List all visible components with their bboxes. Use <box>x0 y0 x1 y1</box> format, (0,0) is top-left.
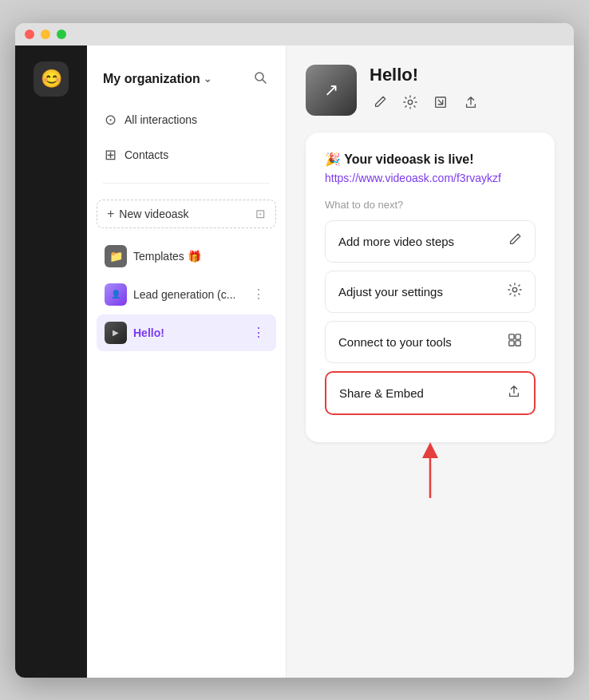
folder-item-lead-generation[interactable]: 👤 Lead generation (c... ⋮ <box>97 276 276 313</box>
chevron-down-icon: ⌄ <box>204 73 211 85</box>
folder-item-hello[interactable]: ▶ Hello! ⋮ <box>97 314 276 351</box>
new-videoask-button[interactable]: + New videoask ⊡ <box>97 200 276 228</box>
pencil-icon <box>373 95 387 109</box>
lead-gen-thumbnail: 👤 <box>105 283 127 306</box>
svg-line-1 <box>263 80 266 83</box>
red-arrow-svg <box>406 442 454 506</box>
gear-icon <box>403 95 417 109</box>
share-embed-row[interactable]: Share & Embed <box>325 371 536 415</box>
org-header: My organization ⌄ <box>87 61 286 103</box>
videoask-title-area: Hello! <box>370 65 555 117</box>
svg-rect-6 <box>516 334 520 338</box>
videoask-header: ↗ Hello! <box>306 65 555 117</box>
logo-icon: 😊 <box>41 69 62 89</box>
annotation-arrow <box>306 442 555 506</box>
expand-button[interactable] <box>430 92 451 117</box>
nav-items: ⊙ All interactions ⊞ Contacts <box>87 103 286 173</box>
app-window: 😊 My organization ⌄ <box>15 23 574 678</box>
live-banner-text: Your videoask is live! <box>344 152 473 166</box>
svg-rect-8 <box>516 340 520 345</box>
templates-label: Templates 🎁 <box>133 250 201 263</box>
pencil-action-icon <box>508 232 522 251</box>
maximize-dot <box>57 30 66 39</box>
live-banner: 🎉 Your videoask is live! <box>325 152 536 167</box>
plus-icon: + <box>107 207 114 221</box>
close-dot <box>25 30 34 39</box>
sidebar: 😊 <box>15 45 87 678</box>
info-card: 🎉 Your videoask is live! https://www.vid… <box>306 132 555 442</box>
videoask-action-buttons <box>370 92 555 117</box>
all-interactions-label: All interactions <box>125 113 197 126</box>
templates-thumbnail: 📁 <box>105 245 127 267</box>
org-name-label: My organization <box>103 72 200 86</box>
party-emoji: 🎉 <box>325 152 341 166</box>
folder-more-icon[interactable]: ⋮ <box>249 285 268 303</box>
share-embed-icon <box>507 384 521 402</box>
org-name[interactable]: My organization ⌄ <box>103 72 211 86</box>
new-videoask-label: New videoask <box>119 208 188 220</box>
folder-item-templates[interactable]: 📁 Templates 🎁 <box>97 238 276 275</box>
left-nav: My organization ⌄ ⊙ All interactions <box>87 45 287 678</box>
what-next-label: What to do next? <box>325 199 536 211</box>
adjust-settings-label: Adjust your settings <box>338 285 443 299</box>
share-icon <box>464 95 478 109</box>
search-button[interactable] <box>251 68 270 90</box>
logo: 😊 <box>34 61 69 97</box>
videoask-thumbnail: ↗ <box>306 65 357 116</box>
arrow-up-right-icon: ↗ <box>324 80 338 101</box>
hello-thumbnail: ▶ <box>105 322 127 344</box>
videoask-title: Hello! <box>370 65 555 85</box>
folder-icon: 📁 <box>109 250 123 263</box>
expand-icon <box>433 95 448 109</box>
search-icon <box>254 71 267 84</box>
hello-more-icon[interactable]: ⋮ <box>249 323 268 342</box>
hello-label: Hello! <box>133 326 164 339</box>
settings-button[interactable] <box>400 92 421 117</box>
right-content: ↗ Hello! <box>287 45 574 678</box>
connect-tools-label: Connect to your tools <box>338 335 452 349</box>
svg-point-2 <box>408 100 412 104</box>
contacts-icon: ⊞ <box>105 146 117 164</box>
connect-action-icon <box>508 333 522 351</box>
app-layout: 😊 My organization ⌄ <box>15 45 574 678</box>
minimize-dot <box>41 30 50 39</box>
contacts-label: Contacts <box>125 148 168 161</box>
add-video-steps-row[interactable]: Add more video steps <box>325 220 536 263</box>
adjust-settings-row[interactable]: Adjust your settings <box>325 271 536 313</box>
svg-point-4 <box>512 287 516 291</box>
titlebar <box>15 23 574 45</box>
connect-tools-row[interactable]: Connect to your tools <box>325 321 536 363</box>
edit-button[interactable] <box>370 92 390 117</box>
sidebar-item-all-interactions[interactable]: ⊙ All interactions <box>97 103 276 136</box>
main-panel: My organization ⌄ ⊙ All interactions <box>87 45 574 678</box>
lead-gen-label: Lead generation (c... <box>133 288 235 301</box>
live-link[interactable]: https://www.videoask.com/f3rvaykzf <box>325 172 536 184</box>
svg-rect-7 <box>509 340 514 345</box>
folder-plus-icon: ⊡ <box>255 207 266 221</box>
sidebar-item-contacts[interactable]: ⊞ Contacts <box>97 138 276 172</box>
nav-divider <box>103 183 270 184</box>
share-embed-label: Share & Embed <box>339 386 424 400</box>
folder-list: 📁 Templates 🎁 👤 Lead generation (c... <box>87 235 286 356</box>
gear-action-icon <box>508 283 522 301</box>
share-header-button[interactable] <box>461 92 481 117</box>
svg-rect-5 <box>509 334 514 338</box>
interactions-icon: ⊙ <box>105 111 117 129</box>
add-video-steps-label: Add more video steps <box>338 235 454 248</box>
